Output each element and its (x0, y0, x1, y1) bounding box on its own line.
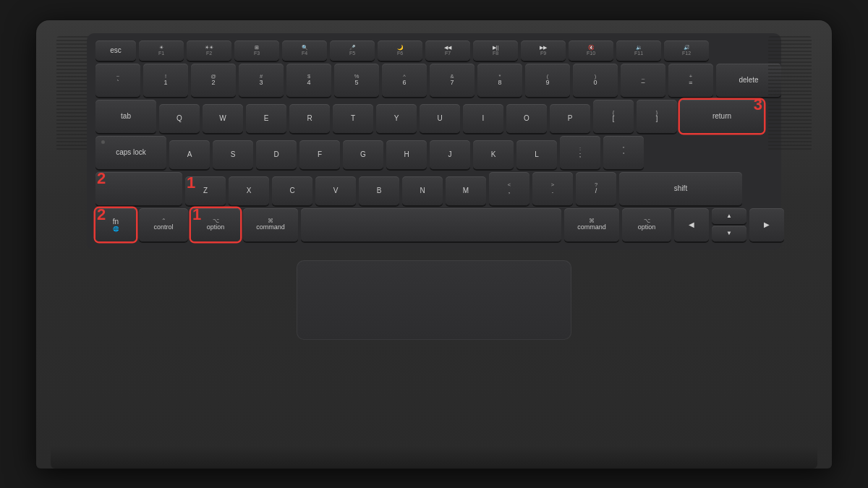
asdf-row: caps lock A S D F G H J K L : ; " ' (95, 136, 773, 169)
key-5[interactable]: % 5 (334, 64, 379, 97)
key-f11[interactable]: 🔉 F11 (616, 40, 661, 61)
key-k[interactable]: K (473, 140, 514, 169)
key-fn[interactable]: 2 fn 🌐 (95, 208, 136, 241)
arrow-ud-group: ▲ ▼ (712, 208, 746, 241)
zxcv-row: 2 1 Z X C V B N M < , > . ? (95, 172, 773, 205)
key-b[interactable]: B (359, 176, 399, 205)
key-z[interactable]: 1 Z (185, 176, 226, 205)
key-q[interactable]: Q (159, 104, 200, 133)
key-arrow-up[interactable]: ▲ (712, 208, 746, 224)
key-4[interactable]: $ 4 (286, 64, 331, 97)
key-x[interactable]: X (229, 176, 269, 205)
key-semicolon[interactable]: : ; (560, 136, 600, 169)
key-f10[interactable]: 🔇 F10 (569, 40, 613, 61)
key-arrow-left[interactable]: ◀ (674, 208, 709, 241)
key-minus[interactable]: _ – (621, 64, 665, 97)
key-h[interactable]: H (386, 140, 427, 169)
key-v[interactable]: V (315, 176, 356, 205)
key-u[interactable]: U (420, 104, 460, 133)
key-f4[interactable]: 🔍 F4 (282, 40, 327, 61)
key-rbracket[interactable]: } ] (637, 100, 677, 133)
key-c[interactable]: C (272, 176, 312, 205)
key-f3[interactable]: ⊞ F3 (234, 40, 279, 61)
key-f7[interactable]: ◀◀ F7 (425, 40, 470, 61)
key-d[interactable]: D (256, 140, 297, 169)
key-y[interactable]: Y (376, 104, 417, 133)
key-r[interactable]: R (289, 104, 330, 133)
key-0[interactable]: ) 0 (573, 64, 618, 97)
key-slash[interactable]: ? / (576, 172, 616, 205)
key-j[interactable]: J (430, 140, 470, 169)
key-i[interactable]: I (463, 104, 503, 133)
key-a[interactable]: A (169, 140, 210, 169)
key-f8[interactable]: ▶|| F8 (473, 40, 518, 61)
key-caps-lock[interactable]: caps lock (95, 136, 166, 169)
key-option-left[interactable]: 1 ⌥ option (191, 208, 240, 241)
key-lbracket[interactable]: { [ (593, 100, 634, 133)
key-command-left[interactable]: ⌘ command (243, 208, 298, 241)
key-w[interactable]: W (203, 104, 243, 133)
key-t[interactable]: T (333, 104, 373, 133)
key-arrow-down[interactable]: ▼ (712, 226, 746, 241)
laptop-body: esc ☀ F1 ☀☀ F2 ⊞ F3 🔍 F4 🎤 F5 (36, 20, 832, 468)
key-3[interactable]: # 3 (239, 64, 284, 97)
key-esc[interactable]: esc (95, 40, 136, 61)
fn-row: esc ☀ F1 ☀☀ F2 ⊞ F3 🔍 F4 🎤 F5 (95, 40, 773, 61)
key-control-left[interactable]: ⌃ control (139, 208, 188, 241)
key-backtick[interactable]: ~ ` (95, 64, 140, 97)
key-arrow-right[interactable]: ▶ (749, 208, 784, 241)
touchpad[interactable] (297, 260, 571, 340)
key-comma[interactable]: < , (489, 172, 529, 205)
key-f2[interactable]: ☀☀ F2 (187, 40, 231, 61)
key-lshift[interactable]: 2 (95, 172, 182, 205)
key-m[interactable]: M (446, 176, 486, 205)
key-equals[interactable]: + = (668, 64, 713, 97)
key-l[interactable]: L (516, 140, 557, 169)
key-command-right[interactable]: ⌘ command (564, 208, 619, 241)
key-period[interactable]: > . (532, 172, 573, 205)
key-return[interactable]: 3 return (680, 100, 764, 133)
key-quote[interactable]: " ' (603, 136, 644, 169)
key-g[interactable]: G (343, 140, 383, 169)
key-s[interactable]: S (213, 140, 253, 169)
qwerty-row: tab Q W E R T Y U I O P { [ } ] 3 return (95, 100, 773, 133)
bottom-chin (51, 447, 817, 468)
key-rshift[interactable]: shift (619, 172, 742, 205)
key-o[interactable]: O (506, 104, 547, 133)
key-spacebar[interactable] (301, 208, 561, 241)
key-2[interactable]: @ 2 (191, 64, 236, 97)
key-p[interactable]: P (550, 104, 590, 133)
key-6[interactable]: ^ 6 (382, 64, 427, 97)
key-9[interactable]: ( 9 (525, 64, 570, 97)
number-row: ~ ` ! 1 @ 2 # 3 $ 4 % 5 (95, 64, 773, 97)
key-f5[interactable]: 🎤 F5 (330, 40, 375, 61)
keyboard-area: esc ☀ F1 ☀☀ F2 ⊞ F3 🔍 F4 🎤 F5 (87, 33, 781, 250)
key-f6[interactable]: 🌙 F6 (378, 40, 422, 61)
key-1[interactable]: ! 1 (143, 64, 188, 97)
key-f1[interactable]: ☀ F1 (139, 40, 184, 61)
key-e[interactable]: E (246, 104, 286, 133)
key-f12[interactable]: 🔊 F12 (664, 40, 709, 61)
key-tab[interactable]: tab (95, 100, 156, 133)
key-8[interactable]: * 8 (477, 64, 522, 97)
key-f9[interactable]: ▶▶ F9 (521, 40, 566, 61)
key-f[interactable]: F (299, 140, 340, 169)
key-n[interactable]: N (402, 176, 443, 205)
key-option-right[interactable]: ⌥ option (622, 208, 671, 241)
key-7[interactable]: & 7 (430, 64, 475, 97)
key-delete[interactable]: delete (716, 64, 781, 97)
bottom-row: 2 fn 🌐 ⌃ control 1 ⌥ option ⌘ command ⌘ … (95, 208, 773, 241)
